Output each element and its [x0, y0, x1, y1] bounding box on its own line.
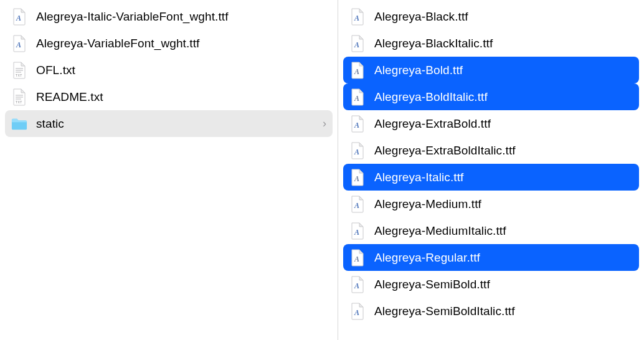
font-file-icon: A: [349, 222, 366, 240]
svg-text:A: A: [354, 121, 359, 130]
file-label: README.txt: [36, 90, 326, 104]
svg-text:A: A: [354, 148, 359, 156]
file-label: Alegreya-Medium.ttf: [374, 197, 633, 211]
font-file-icon: A: [349, 7, 366, 26]
svg-text:TXT: TXT: [16, 100, 22, 104]
file-label: Alegreya-Italic-VariableFont_wght.ttf: [36, 10, 326, 24]
file-item[interactable]: A Alegreya-ExtraBoldItalic.ttf: [343, 137, 639, 164]
font-file-icon: A: [349, 88, 366, 106]
file-item[interactable]: A Alegreya-Italic.ttf: [343, 164, 639, 191]
font-file-icon: A: [11, 7, 27, 26]
txt-file-icon: TXT: [11, 61, 27, 80]
font-file-icon: A: [349, 61, 366, 80]
file-label: Alegreya-ExtraBoldItalic.ttf: [374, 144, 633, 158]
svg-text:A: A: [354, 94, 359, 103]
file-label: OFL.txt: [36, 64, 326, 77]
file-label: Alegreya-VariableFont_wght.ttf: [36, 37, 326, 50]
chevron-right-icon: ›: [323, 117, 326, 130]
svg-text:A: A: [354, 308, 359, 317]
file-item[interactable]: A Alegreya-SemiBold.ttf: [343, 271, 639, 298]
svg-text:TXT: TXT: [16, 73, 22, 77]
file-label: Alegreya-Black.ttf: [374, 10, 633, 24]
svg-text:A: A: [354, 281, 359, 290]
font-file-icon: A: [349, 248, 366, 267]
font-file-icon: A: [349, 141, 366, 160]
file-item[interactable]: TXT README.txt: [5, 83, 333, 110]
svg-text:A: A: [16, 40, 21, 49]
svg-text:A: A: [354, 174, 359, 183]
file-item[interactable]: A Alegreya-VariableFont_wght.ttf: [5, 30, 333, 57]
file-label: Alegreya-Italic.ttf: [374, 171, 633, 184]
file-item[interactable]: A Alegreya-BoldItalic.ttf: [343, 83, 639, 110]
svg-text:A: A: [354, 67, 359, 76]
file-item[interactable]: A Alegreya-ExtraBold.ttf: [343, 110, 639, 137]
svg-text:A: A: [354, 14, 359, 22]
file-item[interactable]: A Alegreya-Black.ttf: [343, 3, 639, 30]
file-label: Alegreya-Regular.ttf: [374, 251, 633, 265]
file-label: static: [36, 117, 323, 131]
file-label: Alegreya-BoldItalic.ttf: [374, 90, 633, 104]
file-item[interactable]: A Alegreya-Regular.ttf: [343, 244, 639, 271]
file-item[interactable]: A Alegreya-Medium.ttf: [343, 191, 639, 217]
font-file-icon: A: [349, 115, 366, 133]
svg-text:A: A: [16, 14, 21, 22]
font-file-icon: A: [349, 34, 366, 53]
font-file-icon: A: [349, 275, 366, 294]
svg-text:A: A: [354, 40, 359, 49]
svg-text:A: A: [354, 255, 359, 263]
font-file-icon: A: [349, 302, 366, 321]
file-label: Alegreya-SemiBoldItalic.ttf: [374, 305, 633, 318]
file-item[interactable]: TXT OFL.txt: [5, 57, 333, 83]
file-label: Alegreya-ExtraBold.ttf: [374, 117, 633, 131]
txt-file-icon: TXT: [11, 88, 27, 106]
file-item[interactable]: A Alegreya-Italic-VariableFont_wght.ttf: [5, 3, 333, 30]
file-item[interactable]: A Alegreya-Bold.ttf: [343, 57, 639, 83]
file-item[interactable]: A Alegreya-SemiBoldItalic.ttf: [343, 298, 639, 324]
font-file-icon: A: [349, 168, 366, 187]
file-label: Alegreya-Bold.ttf: [374, 64, 633, 77]
file-label: Alegreya-MediumItalic.ttf: [374, 224, 633, 238]
file-label: Alegreya-SemiBold.ttf: [374, 278, 633, 291]
font-file-icon: A: [349, 195, 366, 214]
font-file-icon: A: [11, 34, 27, 53]
file-item[interactable]: A Alegreya-MediumItalic.ttf: [343, 217, 639, 244]
file-item[interactable]: A Alegreya-BlackItalic.ttf: [343, 30, 639, 57]
right-column: A Alegreya-Black.ttf A Alegreya-BlackIta…: [338, 0, 644, 340]
left-column: A Alegreya-Italic-VariableFont_wght.ttf …: [0, 0, 338, 340]
file-label: Alegreya-BlackItalic.ttf: [374, 37, 633, 50]
svg-text:A: A: [354, 228, 359, 237]
file-item[interactable]: static›: [5, 110, 333, 137]
folder-icon: [11, 115, 27, 133]
svg-text:A: A: [354, 201, 359, 210]
